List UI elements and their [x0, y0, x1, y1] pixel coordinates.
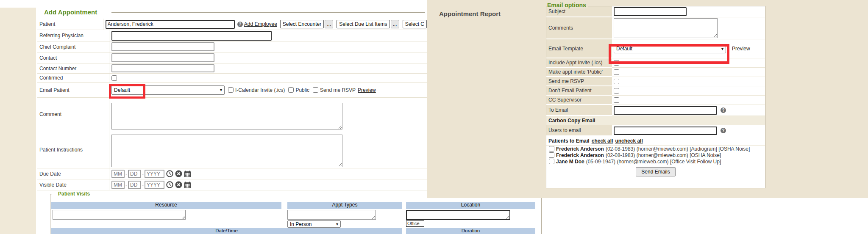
location-value-box[interactable]: Office — [406, 220, 424, 227]
patients-to-email-label: Patients to Email — [548, 138, 590, 144]
calendar-icon[interactable] — [184, 171, 191, 177]
visible-date-year-input[interactable] — [145, 181, 164, 189]
patient-name: Jane M Doe — [556, 159, 584, 165]
duration-column-header: Duration — [406, 228, 535, 234]
contact-number-input[interactable] — [111, 64, 214, 72]
dont-email-row: Don't Email Patient — [546, 86, 765, 96]
location-column-header: Location — [406, 202, 535, 209]
patient-instructions-textarea[interactable] — [111, 135, 342, 167]
patient-row: Patient ? Add Employee Select Encounter … — [37, 19, 427, 30]
cc-supervisor-label: CC Supervisor — [546, 96, 612, 105]
email-template-select-value: Default — [616, 46, 632, 52]
add-appointment-form: Patient ? Add Employee Select Encounter … — [37, 19, 427, 190]
select-encounter-ellipsis-button[interactable]: ... — [325, 20, 333, 28]
users-to-email-label: Users to email — [546, 125, 612, 136]
email-patient-row: Email Patient Default ▾ I-Calendar Invit… — [37, 83, 427, 98]
due-date-year-input[interactable] — [145, 170, 164, 178]
location-input[interactable] — [406, 210, 510, 220]
patient-checkbox[interactable] — [549, 159, 554, 164]
check-all-link[interactable]: check all — [592, 138, 613, 144]
visible-date-day-input[interactable] — [128, 181, 141, 189]
patient-name: Frederick Anderson — [556, 146, 604, 152]
visits-header-row: Resource Appt Types Location — [51, 202, 535, 209]
clock-icon[interactable] — [166, 181, 173, 188]
cc-supervisor-checkbox[interactable] — [614, 97, 619, 103]
calendar-icon[interactable] — [184, 182, 191, 188]
email-options-legend: Email options — [547, 2, 588, 8]
chief-complaint-input[interactable] — [111, 42, 214, 51]
email-template-select[interactable]: Default ▾ — [614, 44, 726, 53]
appointment-report-title: Appointment Report — [439, 10, 501, 17]
public-checkbox[interactable] — [288, 87, 294, 93]
help-icon[interactable]: ? — [721, 128, 726, 133]
date-separator: - — [142, 182, 144, 188]
ical-invite-checkbox[interactable] — [228, 87, 234, 93]
select-due-list-ellipsis-button[interactable]: ... — [391, 20, 399, 28]
add-employee-link[interactable]: Add Employee — [244, 21, 277, 27]
to-email-label: To Email — [546, 105, 612, 116]
email-options-fieldset: Email options Subject Comments Email Tem… — [546, 6, 765, 188]
appt-types-input[interactable] — [287, 210, 376, 220]
comments-row: Comments — [546, 17, 765, 39]
select-encounter-button[interactable]: Select Encounter — [280, 20, 324, 28]
send-emails-button[interactable]: Send Emails — [636, 167, 675, 176]
confirmed-checkbox[interactable] — [111, 75, 117, 81]
due-date-month-input[interactable] — [111, 170, 125, 178]
send-me-rsvp-checkbox[interactable] — [313, 87, 318, 93]
appt-type-select[interactable]: In Person ▾ — [287, 220, 341, 228]
send-rsvp-label: Send me RSVP — [546, 77, 612, 86]
send-rsvp-checkbox[interactable] — [614, 79, 619, 84]
patients-to-email-header: Patients to Email check all uncheck all — [546, 136, 765, 146]
clock-icon[interactable] — [166, 170, 173, 177]
column-gap — [281, 202, 287, 209]
patient-checkbox[interactable] — [549, 152, 554, 158]
visible-date-label: Visible Date — [37, 179, 109, 190]
email-patient-template-select[interactable]: Default ▾ — [111, 85, 225, 95]
comments-textarea[interactable] — [614, 18, 718, 38]
to-email-input[interactable] — [614, 106, 717, 115]
patient-checkbox[interactable] — [549, 146, 554, 151]
uncheck-all-link[interactable]: uncheck all — [615, 138, 643, 144]
chevron-down-icon: ▾ — [721, 47, 723, 51]
email-template-label: Email Template — [546, 39, 612, 58]
visits-selector-row: In Person ▾ Office — [51, 220, 535, 228]
subject-input[interactable] — [614, 7, 687, 16]
due-date-day-input[interactable] — [128, 170, 141, 178]
email-patient-label: Email Patient — [37, 83, 109, 97]
carbon-copy-header: Carbon Copy Email — [546, 116, 765, 125]
preview-link[interactable]: Preview — [732, 46, 750, 52]
to-email-row: To Email ? — [546, 105, 765, 116]
visits-input-row — [51, 209, 535, 220]
comment-label: Comment — [37, 98, 109, 131]
appt-types-column-header: Appt Types — [287, 202, 402, 209]
confirmed-label: Confirmed — [37, 74, 109, 82]
due-date-label: Due Date — [37, 168, 109, 179]
patient-instructions-row: Patient Instructions — [37, 131, 427, 168]
comment-row: Comment — [37, 98, 427, 131]
column-gap — [402, 202, 406, 209]
contact-input[interactable] — [111, 53, 214, 62]
send-rsvp-row: Send me RSVP — [546, 77, 765, 86]
users-to-email-input[interactable] — [614, 127, 717, 135]
patient-input[interactable] — [106, 20, 235, 29]
contact-number-label: Contact Number — [37, 63, 109, 73]
add-appointment-title: Add Appointment — [44, 8, 97, 16]
chief-complaint-row: Chief Complaint — [37, 41, 427, 52]
resource-input[interactable] — [53, 210, 186, 220]
dont-email-checkbox[interactable] — [614, 88, 619, 94]
clear-date-icon[interactable] — [175, 170, 182, 177]
ical-invite-label: I-Calendar Invite (.ics) — [235, 87, 285, 93]
preview-link[interactable]: Preview — [358, 87, 376, 93]
comment-textarea[interactable] — [111, 103, 342, 129]
clear-date-icon[interactable] — [175, 181, 182, 188]
select-case-button[interactable]: Select C — [403, 20, 427, 28]
help-icon[interactable]: ? — [721, 107, 726, 113]
visits-header-row-2: Date/Time Duration — [51, 228, 535, 234]
referring-physician-input[interactable] — [111, 31, 272, 41]
make-public-checkbox[interactable] — [614, 69, 619, 75]
help-icon[interactable]: ? — [237, 22, 243, 27]
contact-number-row: Contact Number — [37, 63, 427, 74]
include-invite-checkbox[interactable] — [614, 60, 619, 66]
select-due-list-items-button[interactable]: Select Due List Items — [337, 20, 389, 28]
visible-date-month-input[interactable] — [111, 181, 125, 189]
